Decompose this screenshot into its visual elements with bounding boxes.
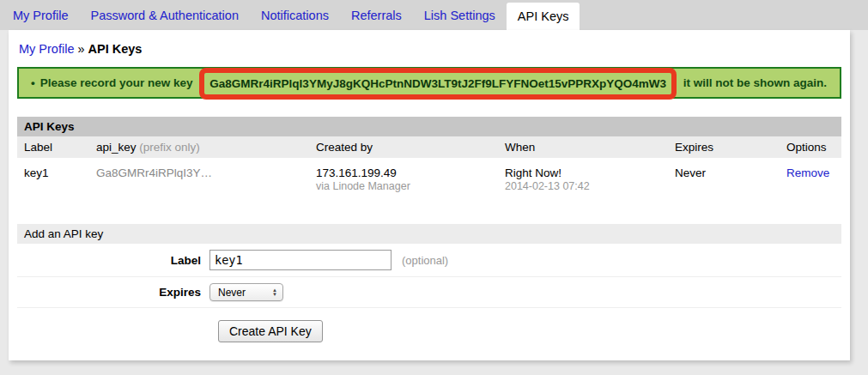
expires-select[interactable]: Never ▲▼ <box>209 283 283 301</box>
row-expires: Never <box>668 158 780 201</box>
column-header-label: Label <box>17 136 89 158</box>
breadcrumb-separator: » <box>77 42 84 56</box>
api-key-value-highlighted: Ga8GMRr4iRPlqI3YMyJ8gKQHcPtnNDW3LT9tJ2Ff… <box>199 68 677 100</box>
create-api-key-button[interactable]: Create API Key <box>218 320 323 342</box>
new-key-notice-banner: •Please record your new key Ga8GMRr4iRPl… <box>17 67 841 99</box>
label-field-row: Label (optional) <box>17 244 841 277</box>
row-when-relative: Right Now! <box>505 166 668 179</box>
label-input[interactable] <box>209 250 392 270</box>
breadcrumb: My Profile»API Keys <box>9 30 850 56</box>
label-field-hint: (optional) <box>402 254 448 267</box>
breadcrumb-my-profile-link[interactable]: My Profile <box>19 42 74 56</box>
expires-field-row: Expires Never ▲▼ <box>17 277 841 308</box>
column-header-api-key: api_key (prefix only) <box>89 136 309 158</box>
select-stepper-icon: ▲▼ <box>272 288 277 297</box>
expires-field-label: Expires <box>17 286 209 299</box>
expires-select-value: Never <box>218 287 260 299</box>
remove-key-link[interactable]: Remove <box>786 166 829 179</box>
row-api-key-prefix: Ga8GMRr4iRPlqI3Y… <box>89 158 309 201</box>
notice-bullet: • <box>31 76 35 89</box>
table-row: key1 Ga8GMRr4iRPlqI3Y… 173.161.199.49 vi… <box>17 158 841 201</box>
label-field-label: Label <box>17 254 209 267</box>
tab-referrals[interactable]: Referrals <box>340 0 413 30</box>
row-key-label: key1 <box>17 158 89 201</box>
row-when-timestamp: 2014-02-13 07:42 <box>505 180 668 192</box>
content-panel: My Profile»API Keys •Please record your … <box>9 30 850 360</box>
api-keys-table-header-row: Label api_key (prefix only) Created by W… <box>17 136 841 158</box>
tab-notifications[interactable]: Notifications <box>250 0 340 30</box>
add-api-key-form-title: Add an API key <box>17 224 841 244</box>
column-header-created-by: Created by <box>309 136 498 158</box>
tab-password-authentication[interactable]: Password & Authentication <box>79 0 250 30</box>
api-keys-table-title: API Keys <box>17 117 841 136</box>
row-created-by-via: via Linode Manager <box>316 180 498 192</box>
column-header-when: When <box>498 136 668 158</box>
row-created-by-ip: 173.161.199.49 <box>316 166 498 179</box>
add-api-key-form: Add an API key Label (optional) Expires … <box>17 224 841 348</box>
page-title: API Keys <box>88 42 143 56</box>
column-header-expires: Expires <box>668 136 780 158</box>
submit-row: Create API Key <box>17 308 841 348</box>
column-header-options: Options <box>780 136 841 158</box>
tab-lish-settings[interactable]: Lish Settings <box>413 0 507 30</box>
tab-my-profile[interactable]: My Profile <box>2 0 79 30</box>
row-created-by: 173.161.199.49 via Linode Manager <box>309 158 498 201</box>
profile-tab-bar: My Profile Password & Authentication Not… <box>0 0 868 30</box>
tab-api-keys[interactable]: API Keys <box>507 3 580 30</box>
row-when: Right Now! 2014-02-13 07:42 <box>498 158 668 201</box>
api-keys-table: API Keys Label api_key (prefix only) Cre… <box>17 117 841 201</box>
notice-suffix-text: it will not be shown again. <box>683 76 827 89</box>
column-header-api-key-note: (prefix only) <box>139 141 200 154</box>
notice-prefix-text: Please record your new key <box>40 76 193 89</box>
